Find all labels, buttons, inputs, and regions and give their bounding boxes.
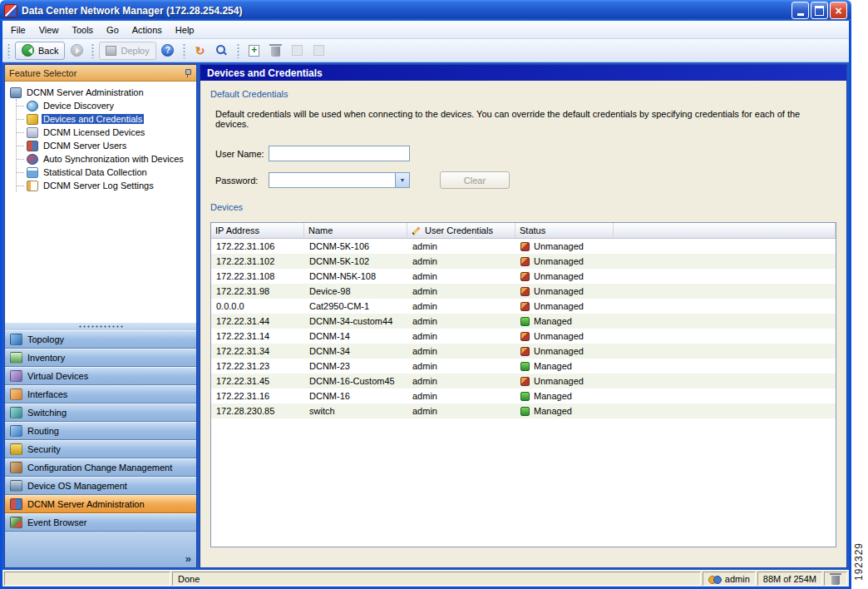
- menu-item[interactable]: View: [32, 22, 66, 37]
- nav-item-label: Inventory: [27, 353, 65, 363]
- menu-item[interactable]: Go: [100, 22, 126, 37]
- cell-empty: [614, 314, 836, 329]
- nav-item[interactable]: Switching: [5, 403, 196, 422]
- statusbar-trash[interactable]: [824, 572, 847, 586]
- table-row[interactable]: 172.22.31.108 DCNM-N5K-108 admin Unmanag…: [211, 269, 836, 284]
- panel-footer: [5, 532, 196, 567]
- table-row[interactable]: 172.22.31.106 DCNM-5K-106 admin Unmanage…: [211, 239, 836, 254]
- column-header-name[interactable]: Name: [304, 223, 407, 238]
- menu-item[interactable]: Help: [169, 22, 201, 37]
- table-row[interactable]: 172.22.31.102 DCNM-5K-102 admin Unmanage…: [211, 254, 836, 269]
- toolbar-grip[interactable]: [183, 43, 185, 58]
- nav-list: Topology Inventory Virtual Devices Inter…: [5, 330, 196, 532]
- close-button[interactable]: [830, 2, 847, 19]
- maximize-button[interactable]: [811, 2, 828, 19]
- tree-item[interactable]: DCNM Server Users: [17, 139, 195, 152]
- cell-ip: 0.0.0.0: [211, 299, 304, 314]
- tree-item-label: Devices and Credentials: [42, 114, 144, 124]
- copy-button[interactable]: [288, 42, 308, 60]
- tree-item[interactable]: Statistical Data Collection: [17, 166, 195, 179]
- column-header-credentials[interactable]: User Credentials: [407, 223, 515, 238]
- tree-item[interactable]: DCNM Server Log Settings: [17, 179, 195, 192]
- interfaces-icon: [10, 389, 22, 400]
- password-input[interactable]: [269, 173, 395, 187]
- minimize-button[interactable]: [792, 2, 809, 19]
- toolbar-grip[interactable]: [7, 43, 10, 58]
- menu-item[interactable]: File: [4, 22, 32, 37]
- table-row[interactable]: 0.0.0.0 Cat2950-CM-1 admin Unmanaged: [211, 299, 836, 314]
- cell-name: DCNM-34-custom44: [304, 314, 407, 329]
- clear-button[interactable]: Clear: [440, 171, 510, 189]
- status-text: Unmanaged: [534, 256, 584, 266]
- search-button[interactable]: [212, 42, 232, 60]
- tree-item[interactable]: Auto Synchronization with Devices: [17, 152, 195, 166]
- tree-root-item[interactable]: DCNM Server Administration: [7, 86, 195, 99]
- statusbar: Done admin 88M of 254M: [2, 570, 849, 587]
- table-row[interactable]: 172.22.31.23 DCNM-23 admin Managed: [211, 359, 836, 374]
- page-title: Devices and Credentials: [200, 65, 846, 81]
- tree-item[interactable]: DCNM Licensed Devices: [17, 126, 195, 139]
- password-dropdown-button[interactable]: [395, 173, 409, 187]
- table-row[interactable]: 172.22.31.45 DCNM-16-Custom45 admin Unma…: [211, 374, 836, 389]
- toolbar-grip[interactable]: [237, 43, 239, 58]
- deploy-icon: [106, 46, 116, 56]
- nav-item[interactable]: Topology: [5, 330, 196, 349]
- tree-item[interactable]: Devices and Credentials: [17, 112, 195, 126]
- column-header-ip[interactable]: IP Address: [211, 223, 304, 238]
- username-input[interactable]: [269, 146, 410, 161]
- nav-item-label: Device OS Management: [27, 481, 127, 491]
- cell-credentials: admin: [407, 314, 515, 329]
- table-row[interactable]: 172.22.31.44 DCNM-34-custom44 admin Mana…: [211, 314, 836, 329]
- cell-ip: 172.22.31.108: [211, 269, 304, 284]
- toolbar-grip[interactable]: [91, 43, 94, 58]
- cell-status: Unmanaged: [515, 329, 614, 344]
- pin-icon[interactable]: [184, 68, 192, 77]
- table-row[interactable]: 172.22.31.98 Device-98 admin Unmanaged: [211, 284, 836, 299]
- menu-item[interactable]: Tools: [65, 22, 100, 37]
- table-row[interactable]: 172.22.31.16 DCNM-16 admin Managed: [211, 389, 836, 403]
- tree-item[interactable]: Device Discovery: [17, 99, 195, 112]
- back-button[interactable]: Back: [15, 42, 65, 60]
- nav-item[interactable]: Configuration Change Management: [5, 458, 196, 477]
- forward-button[interactable]: [67, 42, 86, 60]
- cell-ip: 172.22.31.44: [211, 314, 304, 329]
- nav-item[interactable]: Event Browser: [5, 513, 196, 532]
- status-icon: [520, 377, 530, 386]
- nav-item[interactable]: Inventory: [5, 349, 196, 367]
- table-row[interactable]: 172.28.230.85 switch admin Managed: [211, 403, 836, 418]
- collapse-chevron-icon[interactable]: [185, 553, 191, 564]
- statistical-data-icon: [27, 167, 38, 178]
- table-row[interactable]: 172.22.31.14 DCNM-14 admin Unmanaged: [211, 329, 836, 344]
- help-button[interactable]: [158, 42, 178, 60]
- inventory-icon: [10, 352, 22, 364]
- refresh-button[interactable]: [190, 42, 210, 60]
- nav-item[interactable]: Interfaces: [5, 385, 196, 403]
- nav-item[interactable]: Device OS Management: [5, 477, 196, 495]
- nav-item[interactable]: Routing: [5, 422, 196, 440]
- username-row: User Name:: [215, 146, 836, 161]
- delete-button[interactable]: [266, 42, 286, 60]
- table-row[interactable]: 172.22.31.34 DCNM-34 admin Unmanaged: [211, 344, 836, 359]
- cell-name: Device-98: [304, 284, 407, 299]
- tree-item-label: DCNM Licensed Devices: [42, 127, 146, 137]
- cell-status: Managed: [515, 314, 614, 329]
- nav-item-label: Event Browser: [27, 517, 87, 527]
- nav-item[interactable]: DCNM Server Administration: [5, 495, 196, 513]
- panel-splitter[interactable]: [5, 323, 196, 330]
- statusbar-spacer: [4, 572, 170, 586]
- add-button[interactable]: [244, 42, 264, 60]
- column-header-status[interactable]: Status: [515, 223, 614, 238]
- menu-item[interactable]: Actions: [126, 22, 169, 37]
- cell-status: Unmanaged: [515, 269, 614, 284]
- username-label: User Name:: [215, 149, 269, 159]
- figure-number: 192329: [853, 542, 865, 581]
- cell-credentials: admin: [407, 344, 515, 359]
- save-button[interactable]: [309, 42, 329, 60]
- nav-item[interactable]: Security: [5, 440, 196, 458]
- deploy-button[interactable]: Deploy: [99, 42, 155, 60]
- cell-ip: 172.22.31.14: [211, 329, 304, 344]
- nav-item[interactable]: Virtual Devices: [5, 367, 196, 385]
- auto-sync-icon: [27, 154, 38, 165]
- cell-credentials: admin: [407, 329, 515, 344]
- tree-item-label: DCNM Server Log Settings: [42, 181, 155, 191]
